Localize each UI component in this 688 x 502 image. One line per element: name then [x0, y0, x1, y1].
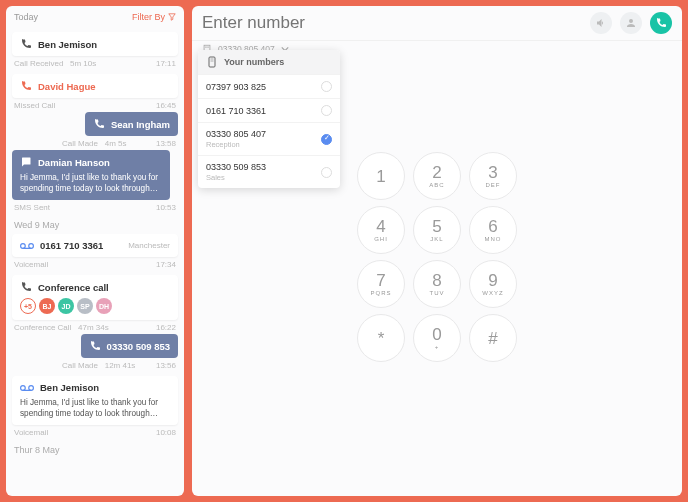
list-item[interactable]: Ben Jemison [12, 32, 178, 56]
keypad-key-8[interactable]: 8TUV [413, 260, 461, 308]
svg-point-3 [21, 385, 26, 390]
activity-sidebar: Today Filter By Ben Jemison Call Receive… [6, 6, 184, 496]
svg-point-0 [21, 243, 26, 248]
keypad-key-5[interactable]: 5JKL [413, 206, 461, 254]
keypad-key-9[interactable]: 9WXYZ [469, 260, 517, 308]
number-dropdown: Your numbers 07397 903 8250161 710 33610… [198, 50, 340, 188]
phone-icon [89, 340, 101, 352]
radio-indicator [321, 134, 332, 145]
list-item[interactable]: Damian Hanson Hi Jemma, I'd just like to… [12, 150, 170, 200]
voicemail-icon [20, 383, 34, 393]
dropdown-item[interactable]: 07397 903 825 [198, 74, 340, 98]
list-item[interactable]: Conference call +5BJJDSPDH [12, 275, 178, 320]
speaker-button[interactable] [590, 12, 612, 34]
caller-name: Sean Ingham [111, 119, 170, 130]
svg-rect-8 [207, 47, 208, 48]
sms-preview: Hi Jemma, I'd just like to thank you for… [20, 172, 162, 194]
phone-icon [20, 38, 32, 50]
dropdown-item[interactable]: 03330 509 853Sales [198, 155, 340, 188]
phone-icon [20, 281, 32, 293]
keypad-key-4[interactable]: 4GHI [357, 206, 405, 254]
keypad-key-6[interactable]: 6MNO [469, 206, 517, 254]
keypad-key-0[interactable]: 0+ [413, 314, 461, 362]
date-divider: Thur 8 May [12, 439, 178, 455]
contact-button[interactable] [620, 12, 642, 34]
radio-indicator [321, 105, 332, 116]
list-item[interactable]: Sean Ingham [85, 112, 178, 136]
date-divider: Wed 9 May [12, 214, 178, 230]
keypad-key-#[interactable]: # [469, 314, 517, 362]
participant-chip: JD [58, 298, 74, 314]
dropdown-header: Your numbers [198, 50, 340, 74]
dropdown-item[interactable]: 03330 805 407Reception [198, 122, 340, 155]
location-label: Manchester [128, 241, 170, 250]
keypad-key-3[interactable]: 3DEF [469, 152, 517, 200]
list-item[interactable]: Ben Jemison Hi Jemma, I'd just like to t… [12, 376, 178, 425]
caller-number: 03330 509 853 [107, 341, 170, 352]
voicemail-preview: Hi Jemma, I'd just like to thank you for… [20, 397, 170, 419]
number-input[interactable] [202, 13, 590, 33]
svg-rect-9 [209, 57, 215, 67]
participant-chips: +5BJJDSPDH [20, 298, 170, 314]
activity-list[interactable]: Ben Jemison Call Received 5m 10s17:11 Da… [6, 28, 184, 496]
dialer-panel: 03330 805 407 Your numbers 07397 903 825… [192, 6, 682, 496]
list-item[interactable]: 0161 710 3361 Manchester [12, 234, 178, 257]
participant-chip: +5 [20, 298, 36, 314]
funnel-icon [168, 13, 176, 21]
caller-name: David Hague [38, 81, 96, 92]
call-button[interactable] [650, 12, 672, 34]
filter-button[interactable]: Filter By [132, 12, 176, 22]
missed-call-icon [20, 80, 32, 92]
participant-chip: BJ [39, 298, 55, 314]
participant-chip: SP [77, 298, 93, 314]
dropdown-item[interactable]: 0161 710 3361 [198, 98, 340, 122]
phone-list-icon [206, 56, 218, 68]
sms-icon [20, 156, 32, 168]
keypad-key-2[interactable]: 2ABC [413, 152, 461, 200]
list-item[interactable]: David Hague [12, 74, 178, 98]
phone-icon [93, 118, 105, 130]
radio-indicator [321, 167, 332, 178]
svg-rect-7 [205, 47, 206, 48]
caller-name: Damian Hanson [38, 157, 110, 168]
conference-title: Conference call [38, 282, 109, 293]
keypad-key-7[interactable]: 7PQRS [357, 260, 405, 308]
caller-number: 0161 710 3361 [40, 240, 103, 251]
svg-point-4 [29, 385, 34, 390]
voicemail-icon [20, 241, 34, 251]
keypad-key-*[interactable]: * [357, 314, 405, 362]
radio-indicator [321, 81, 332, 92]
today-label: Today [14, 12, 38, 22]
caller-name: Ben Jemison [40, 382, 99, 393]
participant-chip: DH [96, 298, 112, 314]
svg-point-1 [29, 243, 34, 248]
list-item[interactable]: 03330 509 853 [81, 334, 178, 358]
keypad-key-1[interactable]: 1 [357, 152, 405, 200]
caller-name: Ben Jemison [38, 39, 97, 50]
